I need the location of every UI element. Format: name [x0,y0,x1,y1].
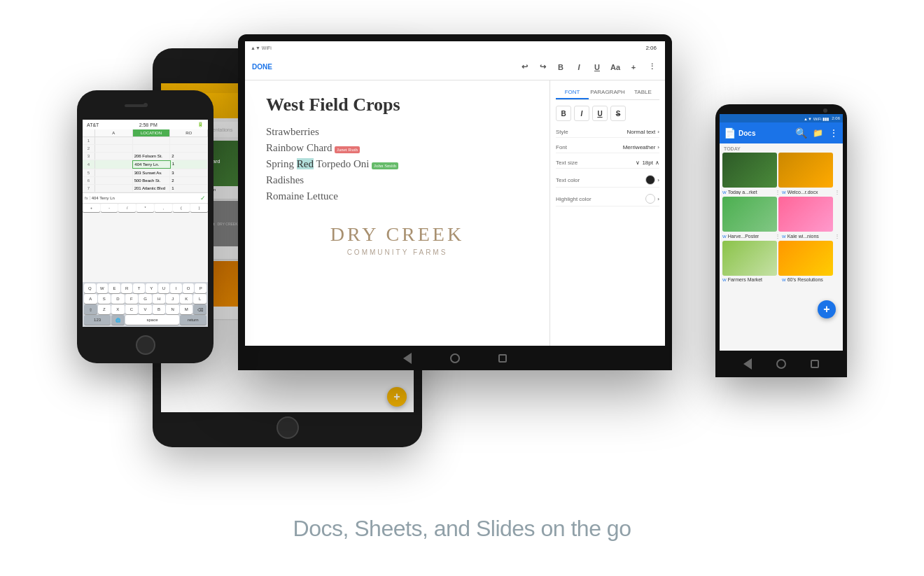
ops-lparen[interactable]: ( [173,204,190,212]
col-header-ro[interactable]: RO [170,129,208,136]
key-k[interactable]: K [180,294,193,304]
tab-table[interactable]: TABLE [626,86,659,99]
sheet-cell[interactable] [170,137,208,144]
underline-button[interactable]: U [592,106,608,121]
key-h[interactable]: H [153,294,166,304]
col-header-location[interactable]: LOCATION [133,129,171,136]
key-b[interactable]: B [153,304,166,314]
doc-more-3[interactable]: ⋮ [775,233,780,239]
underline-icon[interactable]: U [591,61,603,73]
key-c[interactable]: C [125,304,139,314]
formula-confirm-icon[interactable]: ✓ [200,195,206,202]
phone-folder-icon[interactable]: 📁 [813,128,823,138]
key-p[interactable]: P [195,283,206,293]
sheet-cell[interactable] [95,169,133,176]
key-r[interactable]: R [121,283,133,293]
sheet-cell[interactable] [95,153,133,160]
text-color-swatch[interactable] [645,175,655,185]
key-u[interactable]: U [158,283,170,293]
doc-more-4[interactable]: ⋮ [834,233,840,239]
tab-font[interactable]: FONT [556,86,589,99]
ipad-home-button[interactable] [276,416,299,439]
more-icon[interactable]: ⋮ [645,61,658,73]
key-i[interactable]: I [170,283,182,293]
doc-thumb-harvest[interactable] [722,197,777,232]
undo-icon[interactable]: ↩ [518,61,531,73]
sheet-cell[interactable]: 201 Atlantic Blvd [133,185,171,192]
key-delete[interactable]: ⌫ [193,304,206,314]
strikethrough-button[interactable]: S [610,106,626,121]
key-e[interactable]: E [108,283,120,293]
highlight-value[interactable]: › [645,194,659,204]
ops-divide[interactable]: / [118,204,136,212]
sheet-cell[interactable]: 3 [170,169,208,176]
key-emoji[interactable]: 🌐 [111,315,125,325]
tab-paragraph[interactable]: PARAGRAPH [589,86,626,99]
redo-icon[interactable]: ↪ [536,61,549,73]
doc-more-2[interactable]: ⋮ [834,189,840,195]
bold-icon[interactable]: B [554,61,567,73]
highlight-swatch[interactable] [645,194,655,204]
sheet-cell[interactable] [95,185,133,192]
key-space[interactable]: space [125,315,178,325]
ops-multiply[interactable]: * [136,204,154,212]
phone-search-icon[interactable]: 🔍 [795,127,807,139]
phone-recents-button[interactable] [808,358,821,370]
sheet-cell[interactable]: 2 [170,177,208,184]
doc-thumb-welcome[interactable] [778,153,833,188]
sheet-cell[interactable] [95,145,133,152]
sheet-cell[interactable]: 303 Sunset Av. [133,169,171,176]
sheet-cell[interactable]: 500 Beach St. [133,177,171,184]
bold-button[interactable]: B [556,106,571,121]
recents-button[interactable] [496,352,509,365]
doc-thumb-today[interactable] [722,153,777,188]
sheet-cell[interactable] [170,145,208,152]
sheet-cell[interactable] [95,177,133,184]
key-s[interactable]: S [98,294,111,304]
ipad-fab-button[interactable]: + [387,387,407,407]
key-y[interactable]: Y [146,283,158,293]
key-l[interactable]: L [193,294,206,304]
formula-input[interactable]: 404 Terry Ln [92,196,199,200]
ops-plus[interactable]: + [83,204,100,212]
italic-icon[interactable]: I [573,61,585,73]
key-q[interactable]: Q [84,283,96,293]
key-return[interactable]: return [180,315,206,325]
key-123[interactable]: 123 [84,315,111,325]
phone-more-icon[interactable]: ⋮ [829,127,839,139]
key-j[interactable]: J [166,294,179,304]
col-header-a[interactable]: A [95,129,133,136]
done-button[interactable]: DONE [252,63,272,71]
phone-back-button[interactable] [741,358,754,370]
key-n[interactable]: N [166,304,179,314]
doc-thumb-farmers[interactable] [722,241,777,276]
sheet-cell[interactable]: 2 [170,153,208,160]
chevron-down-icon[interactable]: ∨ [636,160,640,166]
key-x[interactable]: X [111,304,125,314]
key-g[interactable]: G [139,294,152,304]
key-o[interactable]: O [183,283,195,293]
key-v[interactable]: V [139,304,152,314]
chevron-up-icon[interactable]: ∧ [655,160,659,166]
doc-thumb-60s[interactable] [778,241,833,276]
text-color-value[interactable]: › [645,175,659,185]
key-shift[interactable]: ⇧ [84,304,97,314]
add-icon[interactable]: + [627,61,640,73]
sheet-cell[interactable] [95,137,133,144]
italic-button[interactable]: I [574,106,589,121]
sheet-cell[interactable]: 206 Folsom St. [133,153,171,160]
phone-fab-button[interactable]: + [818,300,836,318]
home-button[interactable] [449,352,461,365]
sheet-cell[interactable] [133,137,171,144]
sheet-cell[interactable] [133,145,171,152]
doc-thumb-kale[interactable] [778,197,833,232]
key-m[interactable]: M [180,304,193,314]
ops-rparen[interactable]: ) [190,204,208,212]
sheet-cell[interactable] [95,160,132,169]
key-d[interactable]: D [111,294,125,304]
key-a[interactable]: A [84,294,97,304]
ops-comma[interactable]: , [155,204,172,212]
ops-minus[interactable]: - [101,204,118,212]
iphone-home-button[interactable] [136,335,155,355]
sheet-cell[interactable]: 1 [171,160,208,169]
